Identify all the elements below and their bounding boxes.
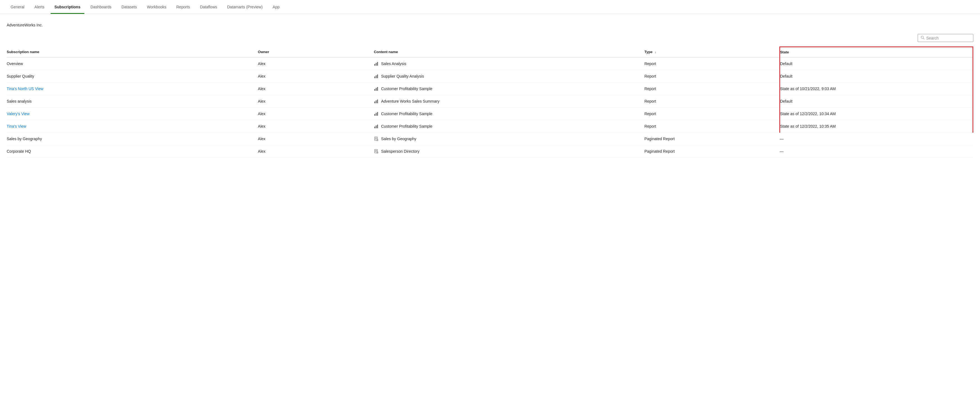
cell-content: Customer Profitability Sample xyxy=(374,82,644,95)
cell-owner: Alex xyxy=(258,133,374,145)
cell-owner: Alex xyxy=(258,145,374,158)
header-row: Subscription name Owner Content name Typ… xyxy=(7,47,973,58)
svg-rect-13 xyxy=(377,100,378,103)
svg-rect-17 xyxy=(374,127,375,128)
nav-tabs: GeneralAlertsSubscriptionsDashboardsData… xyxy=(0,0,980,14)
content-name-text: Sales Analysis xyxy=(381,62,406,66)
subscription-link[interactable]: Valery's View xyxy=(7,111,30,116)
cell-state: — xyxy=(780,133,973,145)
cell-name: Tina's North US View xyxy=(7,82,258,95)
cell-type: Report xyxy=(644,108,780,120)
cell-name: Overview xyxy=(7,57,258,70)
cell-name: Tina's View xyxy=(7,120,258,133)
cell-owner: Alex xyxy=(258,108,374,120)
content-name-text: Customer Profitability Sample xyxy=(381,124,432,128)
cell-state: State as of 12/2/2022, 10:34 AM xyxy=(780,108,973,120)
subscription-link[interactable]: Tina's View xyxy=(7,124,26,128)
nav-tab-general[interactable]: General xyxy=(7,0,29,14)
cell-state: Default xyxy=(780,57,973,70)
content-name-text: Salesperson Directory xyxy=(381,149,420,154)
sort-icon: ↓ xyxy=(655,50,656,54)
col-header-type[interactable]: Type ↓ xyxy=(644,47,780,58)
nav-tab-subscriptions[interactable]: Subscriptions xyxy=(51,0,84,14)
bar-chart-icon xyxy=(374,99,379,103)
bar-chart-icon xyxy=(374,124,379,128)
svg-rect-5 xyxy=(374,76,375,78)
nav-tab-app[interactable]: App xyxy=(269,0,284,14)
svg-rect-4 xyxy=(377,62,378,66)
cell-type: Report xyxy=(644,95,780,108)
svg-rect-15 xyxy=(376,113,377,116)
table-row: Supplier QualityAlex Supplier Quality An… xyxy=(7,70,973,82)
cell-state: — xyxy=(780,145,973,158)
svg-rect-7 xyxy=(377,74,378,78)
content-name-text: Supplier Quality Analysis xyxy=(381,74,424,78)
bar-chart-icon xyxy=(374,111,379,116)
svg-rect-12 xyxy=(376,100,377,103)
svg-rect-19 xyxy=(377,125,378,128)
table-row: OverviewAlex Sales AnalysisReportDefault xyxy=(7,57,973,70)
table-wrapper: Subscription name Owner Content name Typ… xyxy=(7,46,973,158)
cell-owner: Alex xyxy=(258,57,374,70)
content-name-text: Sales by Geography xyxy=(381,136,416,141)
svg-rect-2 xyxy=(374,64,375,66)
table-row: Sales by GeographyAlex Sales by Geograph… xyxy=(7,133,973,145)
cell-content: Customer Profitability Sample xyxy=(374,120,644,133)
cell-type: Report xyxy=(644,57,780,70)
cell-owner: Alex xyxy=(258,120,374,133)
subscription-link[interactable]: Tina's North US View xyxy=(7,87,43,91)
paginated-report-icon xyxy=(374,136,379,141)
cell-name: Valery's View xyxy=(7,108,258,120)
svg-rect-14 xyxy=(374,114,375,116)
col-header-content: Content name xyxy=(374,47,644,58)
nav-tab-reports[interactable]: Reports xyxy=(173,0,194,14)
cell-state: Default xyxy=(780,70,973,82)
nav-tab-datasets[interactable]: Datasets xyxy=(118,0,140,14)
cell-name: Corporate HQ xyxy=(7,145,258,158)
cell-content: Adventure Works Sales Summary xyxy=(374,95,644,108)
bar-chart-icon xyxy=(374,74,379,78)
table-row: Sales analysisAlex Adventure Works Sales… xyxy=(7,95,973,108)
cell-owner: Alex xyxy=(258,70,374,82)
svg-rect-8 xyxy=(374,89,375,91)
toolbar: Search xyxy=(7,34,973,42)
svg-rect-10 xyxy=(377,87,378,91)
cell-content: Sales Analysis xyxy=(374,57,644,70)
cell-type: Paginated Report xyxy=(644,133,780,145)
content-name-text: Customer Profitability Sample xyxy=(381,87,432,91)
cell-owner: Alex xyxy=(258,82,374,95)
col-header-owner: Owner xyxy=(258,47,374,58)
nav-tab-dashboards[interactable]: Dashboards xyxy=(87,0,116,14)
workspace-name: AdventureWorks Inc. xyxy=(7,23,973,27)
cell-content: Customer Profitability Sample xyxy=(374,108,644,120)
table-body: OverviewAlex Sales AnalysisReportDefault… xyxy=(7,57,973,158)
nav-tab-datamarts-preview[interactable]: Datamarts (Preview) xyxy=(223,0,267,14)
cell-content: Salesperson Directory xyxy=(374,145,644,158)
table-row: Tina's North US ViewAlex Customer Profit… xyxy=(7,82,973,95)
svg-line-1 xyxy=(923,38,924,39)
paginated-report-icon xyxy=(374,149,379,154)
svg-rect-18 xyxy=(376,125,377,128)
bar-chart-icon xyxy=(374,87,379,91)
svg-rect-11 xyxy=(374,101,375,103)
cell-content: Sales by Geography xyxy=(374,133,644,145)
cell-name: Sales analysis xyxy=(7,95,258,108)
table-header: Subscription name Owner Content name Typ… xyxy=(7,47,973,58)
nav-tab-dataflows[interactable]: Dataflows xyxy=(196,0,221,14)
cell-owner: Alex xyxy=(258,95,374,108)
search-icon xyxy=(921,36,924,40)
col-header-name: Subscription name xyxy=(7,47,258,58)
cell-type: Report xyxy=(644,120,780,133)
content-name-text: Adventure Works Sales Summary xyxy=(381,99,439,103)
bar-chart-icon xyxy=(374,62,379,66)
cell-type: Report xyxy=(644,82,780,95)
table-row: Valery's ViewAlex Customer Profitability… xyxy=(7,108,973,120)
search-box[interactable]: Search xyxy=(918,34,973,42)
svg-rect-6 xyxy=(376,75,377,78)
col-header-state: State xyxy=(780,47,973,58)
page-content: AdventureWorks Inc. Search Subscription … xyxy=(0,14,980,165)
cell-name: Sales by Geography xyxy=(7,133,258,145)
nav-tab-alerts[interactable]: Alerts xyxy=(30,0,48,14)
nav-tab-workbooks[interactable]: Workbooks xyxy=(143,0,170,14)
search-placeholder: Search xyxy=(926,36,939,40)
